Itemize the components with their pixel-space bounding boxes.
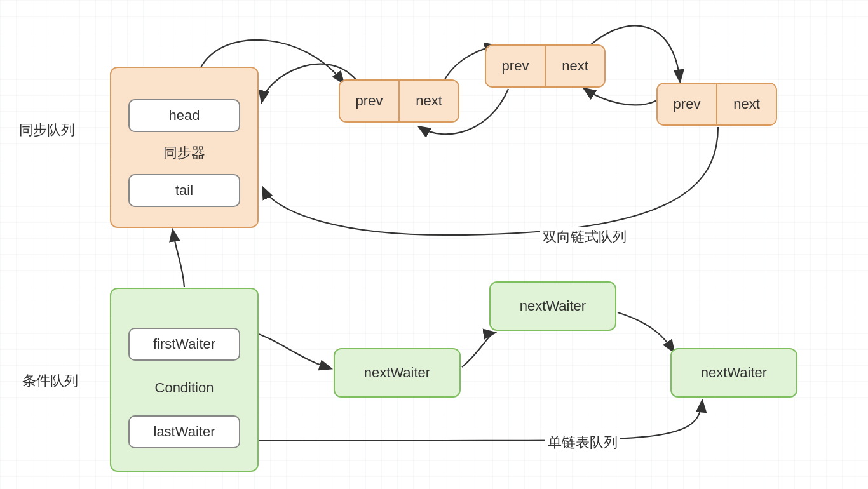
- first-waiter-field: firstWaiter: [128, 328, 240, 361]
- waiter-node-1: nextWaiter: [334, 348, 461, 398]
- sync-node-3: prev next: [656, 83, 777, 126]
- sync-node-3-prev: prev: [658, 84, 717, 124]
- label-cond-queue: 条件队列: [22, 372, 78, 391]
- waiter-node-2: nextWaiter: [489, 281, 616, 331]
- last-waiter-field: lastWaiter: [128, 415, 240, 448]
- sync-node-2: prev next: [485, 44, 606, 88]
- condition-container: firstWaiter Condition lastWaiter: [110, 288, 259, 472]
- condition-title: Condition: [155, 380, 214, 396]
- label-sync-queue: 同步队列: [19, 121, 75, 140]
- sync-node-1: prev next: [339, 79, 459, 123]
- synchronizer-container: head 同步器 tail: [110, 67, 259, 228]
- waiter-node-3: nextWaiter: [670, 348, 797, 398]
- label-singly-linked: 单链表队列: [545, 433, 620, 452]
- sync-node-1-prev: prev: [340, 81, 400, 121]
- sync-node-2-next: next: [546, 46, 604, 86]
- tail-field: tail: [128, 174, 240, 207]
- synchronizer-title: 同步器: [163, 144, 205, 163]
- sync-node-2-prev: prev: [486, 46, 546, 86]
- head-field: head: [128, 99, 240, 132]
- sync-node-3-next: next: [717, 84, 776, 124]
- sync-node-1-next: next: [400, 81, 458, 121]
- label-doubly-linked: 双向链式队列: [540, 227, 629, 246]
